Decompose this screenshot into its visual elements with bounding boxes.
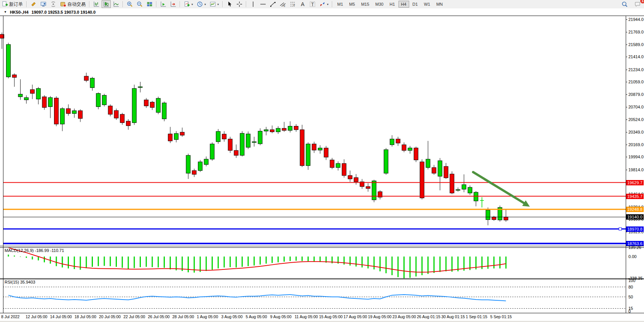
crosshair-button[interactable]: [235, 0, 244, 8]
macd-panel[interactable]: [0, 247, 644, 278]
rsi-line: [8, 295, 506, 301]
toolbar-separator: [156, 1, 157, 7]
toolbar-separator: [89, 1, 90, 7]
auto-scroll-button[interactable]: [159, 0, 168, 8]
arrows-icon: [319, 1, 325, 7]
main-chart[interactable]: [0, 16, 644, 246]
periods-button[interactable]: ▾: [195, 0, 207, 8]
price-axis[interactable]: 21944.021769.021589.021414.021234.021059…: [626, 8, 644, 313]
candle-body: [300, 130, 304, 166]
candle-body: [288, 126, 292, 131]
candle-body: [324, 148, 328, 157]
chat-icon: [634, 1, 641, 7]
tile-windows-button[interactable]: [145, 0, 154, 8]
main-macd-separator[interactable]: [0, 246, 644, 246]
price-axis-line: [626, 16, 626, 313]
timeframe-h4[interactable]: H4: [399, 1, 409, 8]
candle-body: [102, 95, 107, 105]
trendline-button[interactable]: [268, 0, 277, 8]
timeframe-mn[interactable]: MN: [434, 1, 445, 8]
time-axis-label: 11 Aug 05:00: [295, 314, 318, 319]
cursor-button[interactable]: [225, 0, 234, 8]
bar-chart-button[interactable]: [92, 0, 101, 8]
macd-rsi-separator[interactable]: [0, 278, 644, 279]
rsi-panel[interactable]: [0, 279, 644, 313]
timeframe-m5[interactable]: M5: [346, 1, 357, 8]
line-chart-button[interactable]: [112, 0, 121, 8]
arrows-button[interactable]: ▾: [318, 0, 330, 8]
candle-body: [42, 97, 46, 107]
timeframe-m1[interactable]: M1: [335, 1, 346, 8]
timeframe-d1[interactable]: D1: [410, 1, 421, 8]
horizontal-line-button[interactable]: [258, 0, 268, 8]
candle-body: [48, 97, 53, 107]
navigator-button[interactable]: [39, 0, 48, 8]
templates-button[interactable]: ▾: [208, 0, 220, 8]
timeframe-h1[interactable]: H1: [387, 1, 397, 8]
candle-body: [60, 108, 64, 124]
price-level-label[interactable]: 19140.0: [626, 214, 644, 220]
time-axis-label: 15 Aug 05:00: [319, 314, 343, 319]
text-button[interactable]: A: [298, 0, 307, 8]
toolbar-right: 1: [620, 0, 642, 8]
candle-body: [252, 142, 256, 142]
price-tick: 21059.0: [628, 80, 644, 84]
price-level-label[interactable]: 19248.8: [626, 207, 644, 212]
text-label-button[interactable]: T: [308, 0, 317, 8]
equidistant-channel-button[interactable]: E: [278, 0, 287, 8]
time-axis-label: 22 Jul 05:00: [123, 314, 145, 319]
market-watch-button[interactable]: [29, 0, 38, 8]
chart-shift-button[interactable]: [169, 0, 178, 8]
new-order-button[interactable]: 新订单: [0, 0, 24, 8]
time-axis-label: 30 Aug 01:15: [442, 314, 465, 319]
vertical-line-button[interactable]: [249, 0, 258, 8]
fibonacci-button[interactable]: F: [288, 0, 297, 8]
bars-icon: [93, 1, 99, 7]
time-axis-label: 17 Aug 05:00: [344, 314, 367, 319]
candle-body: [132, 88, 136, 123]
candle-body: [54, 98, 59, 124]
candle-body: [462, 185, 466, 189]
candles-icon: [103, 1, 109, 7]
candle-body: [276, 128, 280, 132]
indicators-button[interactable]: ▾: [182, 0, 194, 8]
macd-axis-tick: 0.00: [628, 254, 636, 259]
candle-body: [420, 162, 424, 198]
zoom-out-button[interactable]: [135, 0, 144, 8]
price-tick: 21414.0: [628, 54, 644, 59]
crosshair-icon: [236, 1, 242, 7]
toolbar-group: 自动交易: [29, 0, 88, 8]
candle-body: [18, 94, 22, 97]
search-icon: [622, 1, 628, 7]
signals-button[interactable]: [49, 0, 58, 8]
line-handle[interactable]: [619, 228, 622, 230]
timeframe-w1[interactable]: W1: [421, 1, 433, 8]
price-tick: 20704.0: [628, 105, 644, 109]
chevron-down-icon[interactable]: ▼: [4, 10, 7, 14]
candlestick-chart-button[interactable]: [102, 0, 111, 8]
autotrading-button[interactable]: 自动交易: [59, 0, 87, 8]
candle-body: [144, 100, 148, 106]
candle-body: [66, 108, 70, 113]
zoom-in-button[interactable]: [125, 0, 134, 8]
toolbar-group: EFAT▾: [248, 0, 330, 8]
candle-body: [36, 88, 40, 99]
timeframe-m30[interactable]: M30: [373, 1, 386, 8]
macd-label: MACD(12,26,9) -186.99 -110.71: [5, 248, 64, 253]
trend-arrow[interactable]: [473, 172, 527, 205]
price-level-label[interactable]: 19435.7: [626, 194, 644, 199]
price-level-label[interactable]: 18970.8: [626, 226, 644, 232]
timeframe-m15[interactable]: M15: [359, 1, 372, 8]
price-level-label[interactable]: 18763.6: [626, 241, 644, 246]
price-tick: 20879.0: [628, 92, 644, 97]
candle-body: [354, 178, 358, 182]
candle-body: [348, 175, 352, 179]
candle-body: [468, 187, 472, 193]
candle-body: [84, 76, 88, 80]
candle-body: [162, 103, 166, 119]
price-level-label[interactable]: 19629.7: [626, 180, 644, 185]
search-button[interactable]: [620, 0, 629, 8]
candle-body: [108, 106, 112, 114]
time-axis[interactable]: 8 Jul 202212 Jul 05:0014 Jul 05:0018 Jul…: [0, 313, 644, 320]
time-axis-label: 19 Aug 05:00: [368, 314, 392, 319]
